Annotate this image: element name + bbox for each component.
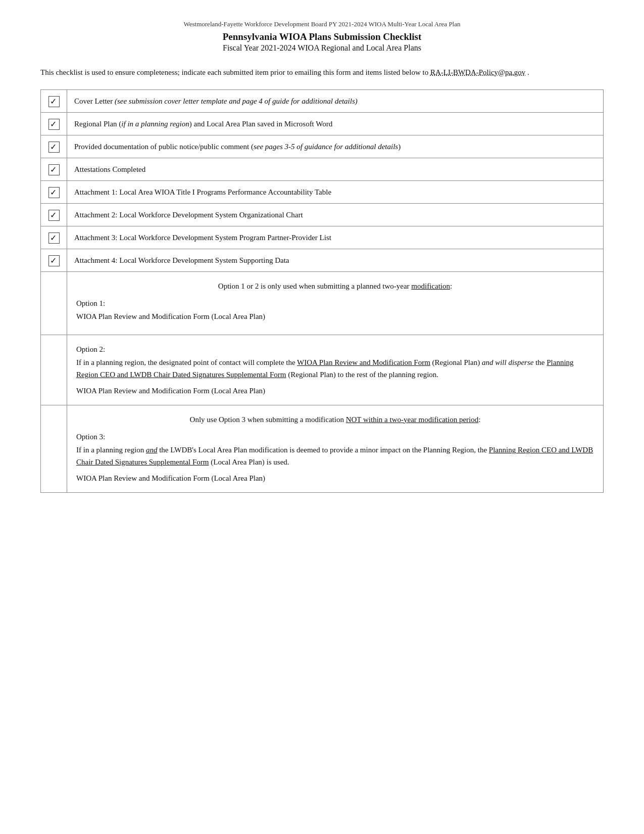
option3-empty-check xyxy=(41,405,67,492)
option2-wioa-form: WIOA Plan Review and Modification Form (… xyxy=(76,385,594,397)
checklist-item-8: Attachment 4: Local Workforce Developmen… xyxy=(67,249,604,271)
checkbox-cell xyxy=(41,112,67,135)
option2-italic: and will disperse xyxy=(482,358,534,366)
checkbox-icon xyxy=(48,142,60,153)
intro-text-1: This checklist is used to ensure complet… xyxy=(40,68,430,76)
table-row: Attachment 1: Local Area WIOA Title I Pr… xyxy=(41,180,604,203)
option1-content: Option 1 or 2 is only used when submitti… xyxy=(67,271,604,335)
checkbox-cell xyxy=(41,249,67,271)
intro-text-2: . xyxy=(525,68,529,76)
option1-centered: Option 1 or 2 is only used when submitti… xyxy=(76,280,594,292)
option1-body: WIOA Plan Review and Modification Form (… xyxy=(76,310,594,322)
header-title: Pennsylvania WIOA Plans Submission Check… xyxy=(40,31,604,42)
option3-centered: Only use Option 3 when submitting a modi… xyxy=(76,413,594,426)
checkbox-cell xyxy=(41,203,67,226)
checkbox-cell xyxy=(41,89,67,112)
option3-row: Only use Option 3 when submitting a modi… xyxy=(41,405,604,492)
checkbox-cell xyxy=(41,158,67,180)
checklist-table: Cover Letter (see submission cover lette… xyxy=(40,89,604,493)
checklist-item-6: Attachment 2: Local Workforce Developmen… xyxy=(67,203,604,226)
checkbox-icon xyxy=(48,187,60,198)
email-link[interactable]: RA-LI-BWDA-Policy@pa.gov xyxy=(430,68,525,76)
option3-underline: NOT within a two-year modification perio… xyxy=(346,415,479,424)
option2-link1: WIOA Plan Review and Modification Form xyxy=(297,358,430,366)
table-row: Cover Letter (see submission cover lette… xyxy=(41,89,604,112)
checklist-item-7: Attachment 3: Local Workforce Developmen… xyxy=(67,226,604,249)
checkbox-icon xyxy=(48,119,60,130)
checklist-item-1: Cover Letter (see submission cover lette… xyxy=(67,89,604,112)
checkbox-cell xyxy=(41,135,67,158)
option3-body: If in a planning region and the LWDB's L… xyxy=(76,444,594,468)
checklist-item-4: Attestations Completed xyxy=(67,158,604,180)
option3-label: Option 3: xyxy=(76,431,594,443)
option2-row: Option 2: If in a planning region, the d… xyxy=(41,335,604,405)
checkbox-icon xyxy=(48,233,60,244)
checkbox-icon xyxy=(48,210,60,221)
option3-wioa-form: WIOA Plan Review and Modification Form (… xyxy=(76,472,594,484)
option1-label: Option 1: xyxy=(76,297,594,309)
option2-content: Option 2: If in a planning region, the d… xyxy=(67,335,604,405)
checklist-item-2: Regional Plan (if in a planning region) … xyxy=(67,112,604,135)
checkbox-icon xyxy=(48,96,60,107)
item-3-italic: see pages 3-5 of guidance for additional… xyxy=(254,143,398,151)
table-row: Attachment 3: Local Workforce Developmen… xyxy=(41,226,604,249)
checkbox-icon xyxy=(48,164,60,175)
option3-content: Only use Option 3 when submitting a modi… xyxy=(67,405,604,492)
option1-empty-check xyxy=(41,271,67,335)
item-2-italic: if in a planning region xyxy=(121,120,189,128)
checkbox-cell xyxy=(41,226,67,249)
option1-row: Option 1 or 2 is only used when submitti… xyxy=(41,271,604,335)
header-subtitle: Fiscal Year 2021-2024 WIOA Regional and … xyxy=(40,43,604,53)
option2-label: Option 2: xyxy=(76,343,594,355)
table-row: Regional Plan (if in a planning region) … xyxy=(41,112,604,135)
option3-italic-and: and xyxy=(146,446,158,454)
option1-underline: modification xyxy=(411,282,450,290)
table-row: Attestations Completed xyxy=(41,158,604,180)
checklist-item-3: Provided documentation of public notice/… xyxy=(67,135,604,158)
option2-body: If in a planning region, the designated … xyxy=(76,356,594,381)
table-row: Attachment 2: Local Workforce Developmen… xyxy=(41,203,604,226)
table-row: Provided documentation of public notice/… xyxy=(41,135,604,158)
option2-empty-check xyxy=(41,335,67,405)
checkbox-cell xyxy=(41,180,67,203)
checklist-item-5: Attachment 1: Local Area WIOA Title I Pr… xyxy=(67,180,604,203)
checkbox-icon xyxy=(48,255,60,266)
item-1-italic: (see submission cover letter template an… xyxy=(115,97,358,105)
table-row: Attachment 4: Local Workforce Developmen… xyxy=(41,249,604,271)
header-supra: Westmoreland-Fayette Workforce Developme… xyxy=(40,20,604,28)
intro-paragraph: This checklist is used to ensure complet… xyxy=(40,67,604,78)
